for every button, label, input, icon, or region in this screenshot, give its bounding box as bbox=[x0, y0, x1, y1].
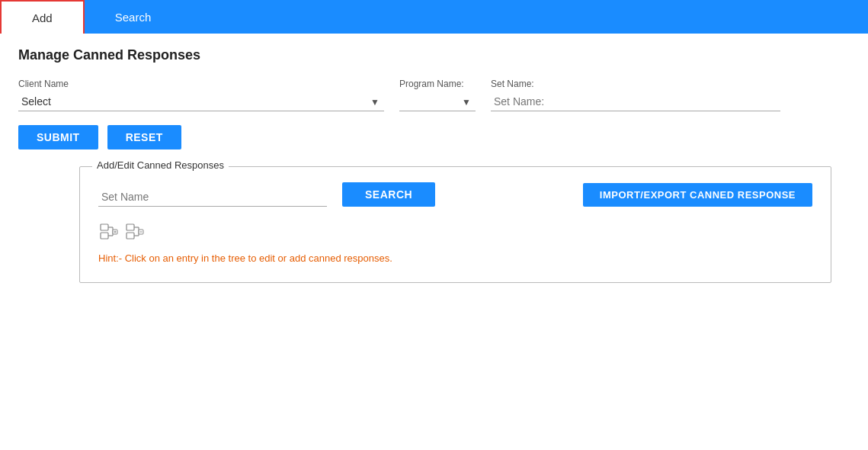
tab-search[interactable]: Search bbox=[85, 0, 182, 34]
tree-icon-row bbox=[98, 222, 812, 242]
remove-node-icon[interactable] bbox=[124, 222, 146, 242]
set-name-input[interactable] bbox=[491, 92, 780, 111]
svg-rect-0 bbox=[101, 224, 108, 230]
set-name-group: Set Name: bbox=[491, 79, 850, 111]
client-name-group: Client Name Select ▼ bbox=[18, 79, 384, 111]
canned-responses-box: Add/Edit Canned Responses SEARCH IMPORT/… bbox=[79, 166, 831, 283]
top-navigation: Add Search bbox=[0, 0, 868, 34]
button-row: SUBMIT RESET bbox=[18, 125, 850, 149]
svg-rect-8 bbox=[127, 224, 134, 230]
add-node-icon[interactable] bbox=[98, 222, 120, 242]
svg-rect-9 bbox=[127, 233, 134, 239]
client-name-label: Client Name bbox=[18, 79, 384, 89]
form-row: Client Name Select ▼ Program Name: ▼ Set… bbox=[18, 79, 850, 111]
canned-inner-row: SEARCH IMPORT/EXPORT CANNED RESPONSE bbox=[98, 182, 812, 207]
tab-add[interactable]: Add bbox=[0, 0, 85, 34]
main-content: Manage Canned Responses Client Name Sele… bbox=[0, 34, 868, 292]
set-name-label: Set Name: bbox=[491, 79, 850, 89]
program-name-label: Program Name: bbox=[399, 79, 476, 89]
svg-rect-1 bbox=[101, 233, 108, 239]
program-name-select[interactable] bbox=[399, 92, 476, 111]
import-export-button[interactable]: IMPORT/EXPORT CANNED RESPONSE bbox=[583, 183, 812, 207]
program-name-select-wrapper: ▼ bbox=[399, 92, 476, 111]
client-name-select[interactable]: Select bbox=[18, 92, 384, 111]
program-name-group: Program Name: ▼ bbox=[399, 79, 476, 111]
hint-text: Hint:- Click on an entry in the tree to … bbox=[98, 252, 812, 264]
submit-button[interactable]: SUBMIT bbox=[18, 125, 98, 149]
page-title: Manage Canned Responses bbox=[18, 47, 850, 63]
reset-button[interactable]: RESET bbox=[107, 125, 181, 149]
client-name-select-wrapper: Select ▼ bbox=[18, 92, 384, 111]
canned-responses-legend: Add/Edit Canned Responses bbox=[92, 159, 229, 171]
canned-set-name-input[interactable] bbox=[98, 188, 327, 207]
canned-search-button[interactable]: SEARCH bbox=[342, 182, 435, 207]
